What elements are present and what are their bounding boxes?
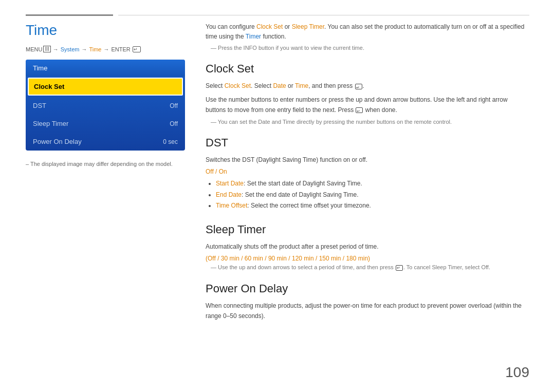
breadcrumb-enter: ENTER xyxy=(111,46,130,52)
bullet-end-date: End Date: Set the end date of Daylight S… xyxy=(216,190,529,201)
breadcrumb-menu: MENU xyxy=(26,46,42,52)
menu-item-dst[interactable]: DST Off xyxy=(26,97,185,115)
section-power-on-delay: Power On Delay When connecting multiple … xyxy=(206,282,529,322)
menu-item-clock-set-label: Clock Set xyxy=(34,83,64,90)
footnote-image: The displayed image may differ depending… xyxy=(26,161,185,167)
breadcrumb-sep3: → xyxy=(103,46,109,52)
intro-timer: Timer xyxy=(246,33,261,40)
intro-text: You can configure Clock Set or Sleep Tim… xyxy=(206,22,529,42)
top-bar xyxy=(0,0,555,16)
breadcrumb: MENU III → System → Time → ENTER xyxy=(26,46,185,52)
section-clock-set-note: You can set the Date and Time directly b… xyxy=(206,119,529,125)
menu-icon: III xyxy=(43,46,50,52)
intro-clock-set: Clock Set xyxy=(256,23,283,30)
enter-icon-1 xyxy=(355,84,362,89)
menu-header: Time xyxy=(26,60,185,77)
menu-item-sleep-timer-value: Off xyxy=(170,120,178,127)
menu-item-clock-set[interactable]: Clock Set xyxy=(28,78,183,96)
section-clock-set-body1: Select Clock Set. Select Date or Time, a… xyxy=(206,81,529,91)
bullet-time-offset: Time Offset: Select the correct time off… xyxy=(216,200,529,212)
section-sleep-timer-title: Sleep Timer xyxy=(206,223,529,236)
section-dst: DST Switches the DST (Daylight Saving Ti… xyxy=(206,136,529,212)
menu-item-power-on-delay[interactable]: Power On Delay 0 sec xyxy=(26,133,185,151)
section-dst-options: Off / On xyxy=(206,168,529,175)
top-bar-right-line xyxy=(118,15,529,15)
page-title: Time xyxy=(26,22,185,39)
page-number: 109 xyxy=(505,364,529,381)
section-clock-set-title: Clock Set xyxy=(206,62,529,76)
bullet-start-date: Start Date: Set the start date of Daylig… xyxy=(216,178,529,190)
section-power-on-delay-body: When connecting multiple products, adjus… xyxy=(206,301,529,322)
breadcrumb-sep1: → xyxy=(53,46,59,52)
intro-note: Press the INFO button if you want to vie… xyxy=(206,45,529,51)
breadcrumb-sep2: → xyxy=(81,46,87,52)
menu-item-dst-label: DST xyxy=(33,102,46,109)
section-sleep-timer-options: (Off / 30 min / 60 min / 90 min / 120 mi… xyxy=(206,255,529,262)
breadcrumb-time: Time xyxy=(89,46,101,52)
menu-box: Time Clock Set DST Off Sleep Timer Off P… xyxy=(26,60,185,151)
top-bar-left-line xyxy=(26,14,113,16)
section-clock-set-body2: Use the number buttons to enter numbers … xyxy=(206,95,529,116)
menu-item-power-on-delay-label: Power On Delay xyxy=(33,138,82,145)
breadcrumb-system: System xyxy=(61,46,80,52)
menu-item-sleep-timer-label: Sleep Timer xyxy=(33,120,68,127)
right-panel: You can configure Clock Set or Sleep Tim… xyxy=(206,22,529,382)
section-dst-bullets: Start Date: Set the start date of Daylig… xyxy=(216,178,529,212)
section-sleep-timer: Sleep Timer Automatically shuts off the … xyxy=(206,223,529,271)
left-panel: Time MENU III → System → Time → ENTER Ti… xyxy=(26,22,185,382)
menu-item-sleep-timer[interactable]: Sleep Timer Off xyxy=(26,115,185,133)
enter-icon-3 xyxy=(396,265,403,271)
section-dst-body: Switches the DST (Daylight Saving Time) … xyxy=(206,155,529,165)
menu-item-dst-value: Off xyxy=(170,102,178,109)
section-power-on-delay-title: Power On Delay xyxy=(206,282,529,295)
content-area: Time MENU III → System → Time → ENTER Ti… xyxy=(0,22,555,392)
enter-icon-2 xyxy=(356,107,363,113)
menu-item-power-on-delay-value: 0 sec xyxy=(163,138,178,145)
section-sleep-timer-body: Automatically shuts off the product afte… xyxy=(206,241,529,252)
section-dst-title: DST xyxy=(206,136,529,150)
section-clock-set: Clock Set Select Clock Set. Select Date … xyxy=(206,62,529,124)
section-sleep-timer-note: Use the up and down arrows to select a p… xyxy=(206,264,529,271)
enter-icon xyxy=(133,46,141,52)
intro-sleep-timer: Sleep Timer xyxy=(292,23,324,30)
